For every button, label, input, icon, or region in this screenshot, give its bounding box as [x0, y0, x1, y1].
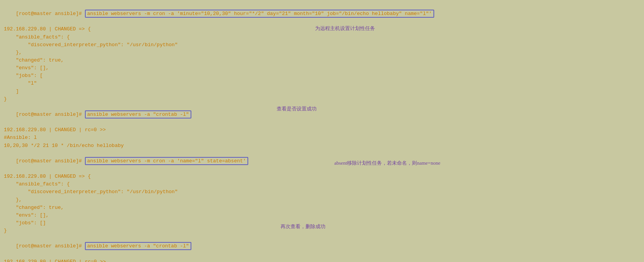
output-line-3-6: "envs": [],	[4, 212, 640, 219]
output-line-1-3: "discovered_interpreter_python": "/usr/b…	[4, 41, 640, 49]
prompt-2: [root@master ansible]#	[16, 112, 85, 117]
annotation-2: 查看是否设置成功	[277, 105, 317, 112]
annotation-3: absent移除计划性任务，若未命名，则name=none	[334, 160, 440, 167]
annotation-4: 再次查看，删除成功	[281, 223, 325, 230]
cmd-box-4: ansible webservers -a "crontab -l"	[85, 242, 191, 250]
prompt-3: [root@master ansible]#	[16, 158, 85, 164]
output-line-2-2: #Ansible: l	[4, 134, 640, 142]
output-line-1-4: },	[4, 49, 640, 57]
output-line-3-4: },	[4, 196, 640, 204]
output-line-3-1: 192.168.229.80 | CHANGED => {	[4, 173, 640, 180]
output-line-2-3: 10,20,30 */2 21 10 * /bin/echo hellobaby	[4, 142, 640, 150]
output-line-2-1: 192.168.229.80 | CHANGED | rc=0 >>	[4, 126, 640, 134]
command-line-1: [root@master ansible]# ansible webserver…	[4, 2, 640, 25]
terminal: [root@master ansible]# ansible webserver…	[0, 0, 644, 262]
output-line-1-9: ]	[4, 88, 640, 95]
command-line-3: [root@master ansible]# ansible webserver…	[4, 150, 640, 173]
output-line-1-2: "ansible_facts": {	[4, 33, 640, 41]
command-line-2: [root@master ansible]# ansible webserver…	[4, 103, 640, 126]
output-line-1-8: "l"	[4, 80, 640, 87]
output-line-1-5: "changed": true,	[4, 57, 640, 64]
output-line-3-5: "changed": true,	[4, 204, 640, 212]
cmd-box-1: ansible webservers -m cron -a 'minute="1…	[85, 10, 434, 18]
annotation-1: 为远程主机设置计划性任务	[315, 25, 375, 32]
output-line-1-10: }	[4, 95, 640, 103]
output-line-1-7: "jobs": [	[4, 72, 640, 80]
output-line-4-1: 192.168.229.80 | CHANGED | rc=0 >>	[4, 258, 640, 262]
output-line-1-6: "envs": [],	[4, 64, 640, 72]
output-line-3-3: "discovered_interpreter_python": "/usr/b…	[4, 188, 640, 196]
command-line-4: [root@master ansible]# ansible webserver…	[4, 235, 640, 258]
output-line-3-2: "ansible_facts": {	[4, 180, 640, 188]
prompt-1: [root@master ansible]#	[16, 11, 85, 17]
cmd-box-3: ansible webservers -m cron -a 'name="l" …	[85, 157, 248, 165]
cmd-box-2: ansible webservers -a "crontab -l"	[85, 110, 191, 118]
prompt-4: [root@master ansible]#	[16, 243, 85, 249]
